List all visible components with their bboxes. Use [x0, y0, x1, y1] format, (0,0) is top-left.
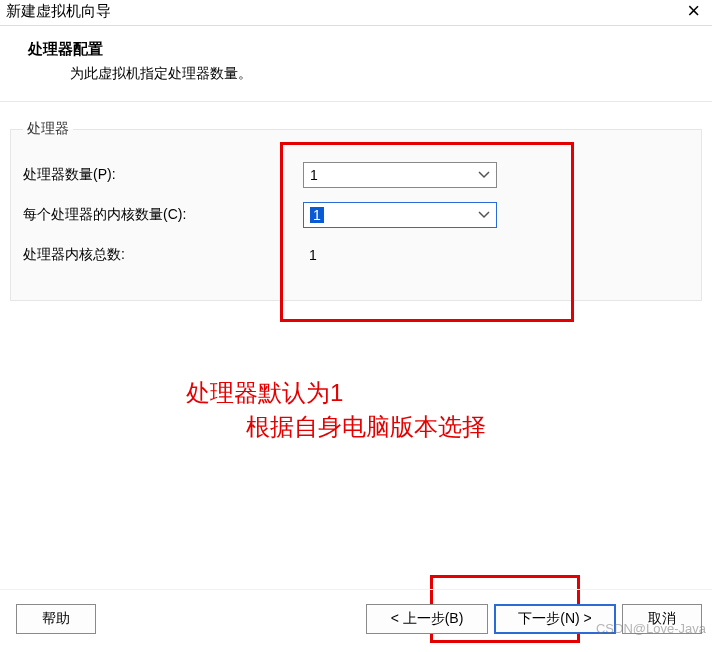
- annotation-text: 处理器默认为1 根据自身电脑版本选择: [186, 376, 486, 444]
- cancel-button[interactable]: 取消: [622, 604, 702, 634]
- back-button[interactable]: < 上一步(B): [366, 604, 488, 634]
- select-processor-count[interactable]: 1: [303, 162, 497, 188]
- row-total-cores: 处理器内核总数: 1: [23, 238, 689, 272]
- label-processor-count: 处理器数量(P):: [23, 166, 303, 184]
- annotation-line2: 根据自身电脑版本选择: [186, 410, 486, 444]
- chevron-down-icon: [478, 171, 490, 179]
- select-cores-per-processor-value: 1: [310, 207, 324, 223]
- title-bar: 新建虚拟机向导 ×: [0, 0, 712, 26]
- label-cores-per-processor: 每个处理器的内核数量(C):: [23, 206, 303, 224]
- select-processor-count-value: 1: [310, 167, 318, 183]
- select-cores-per-processor[interactable]: 1: [303, 202, 497, 228]
- annotation-line1: 处理器默认为1: [186, 376, 486, 410]
- window-title: 新建虚拟机向导: [6, 2, 111, 21]
- help-button[interactable]: 帮助: [16, 604, 96, 634]
- close-icon[interactable]: ×: [683, 2, 704, 20]
- group-legend: 处理器: [23, 120, 73, 138]
- label-total-cores: 处理器内核总数:: [23, 246, 303, 264]
- row-cores-per-processor: 每个处理器的内核数量(C): 1: [23, 198, 689, 232]
- footer: 帮助 < 上一步(B) 下一步(N) > 取消: [0, 589, 712, 652]
- value-total-cores: 1: [303, 247, 317, 263]
- header-title: 处理器配置: [28, 40, 684, 59]
- row-processor-count: 处理器数量(P): 1: [23, 158, 689, 192]
- next-button[interactable]: 下一步(N) >: [494, 604, 616, 634]
- processors-group: 处理器 处理器数量(P): 1 每个处理器的内核数量(C): 1 处理器内核总数…: [10, 120, 702, 301]
- chevron-down-icon: [478, 211, 490, 219]
- header-description: 为此虚拟机指定处理器数量。: [70, 65, 684, 83]
- wizard-header: 处理器配置 为此虚拟机指定处理器数量。: [0, 26, 712, 102]
